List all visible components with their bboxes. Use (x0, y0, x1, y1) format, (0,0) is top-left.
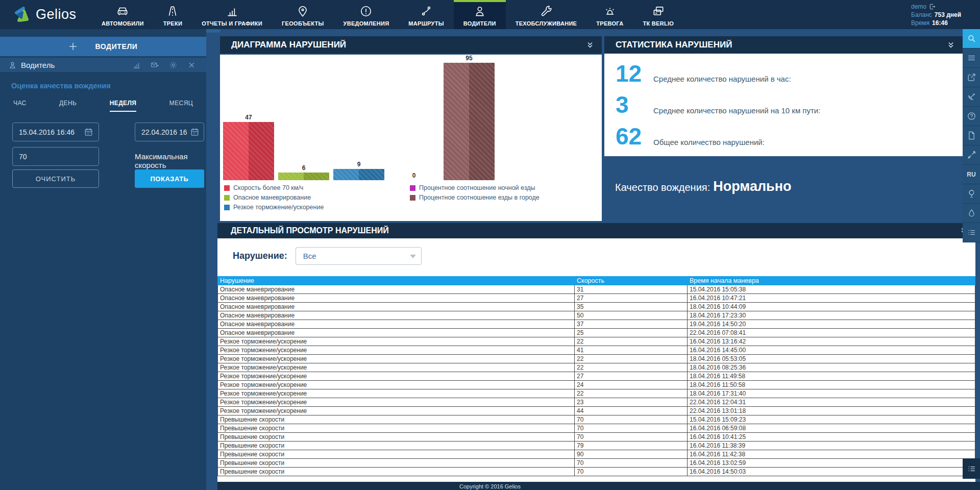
driver-tools (132, 61, 198, 69)
nav-item-drivers[interactable]: ВОДИТЕЛИ (454, 0, 506, 29)
legend-tool[interactable] (963, 223, 980, 242)
road-icon (166, 5, 179, 18)
table-row[interactable]: Резкое торможение/ускорение 27 18.04.201… (218, 372, 975, 381)
fuel-tool[interactable] (963, 204, 980, 223)
satellite-tool[interactable] (963, 87, 980, 107)
nav-item-routes[interactable]: МАРШРУТЫ (399, 0, 453, 29)
help-tool[interactable] (963, 107, 980, 126)
cell-violation: Опасное маневрирование (218, 285, 575, 294)
nav-item-cars[interactable]: АВТОМОБИЛИ (92, 0, 154, 29)
table-row[interactable]: Резкое торможение/ускорение 41 16.04.201… (218, 346, 975, 355)
driver-gear-icon[interactable] (169, 61, 178, 69)
table-row[interactable]: Опасное маневрирование 50 18.04.2016 17:… (218, 311, 975, 320)
driver-mail-icon[interactable] (151, 61, 159, 69)
tab-week[interactable]: НЕДЕЛЯ (110, 100, 137, 112)
cell-violation: Резкое торможение/ускорение (218, 337, 575, 346)
tools-tool[interactable] (963, 145, 980, 165)
violation-filter-dropdown[interactable]: Все (296, 247, 422, 265)
siren-icon (603, 5, 617, 18)
drivers-sidebar: ВОДИТЕЛИ Водитель Оценка качества вожден… (0, 29, 206, 490)
document-icon (967, 131, 976, 140)
cell-speed: 31 (575, 285, 688, 294)
col-speed[interactable]: Скорость (575, 277, 688, 285)
gelios-logo[interactable]: Gelios (0, 0, 92, 29)
table-row[interactable]: Превышение скорости 90 16.04.2016 11:42:… (218, 450, 975, 459)
table-row[interactable]: Опасное маневрирование 27 16.04.2016 10:… (218, 294, 975, 303)
table-row[interactable]: Превышение скорости 70 16.04.2016 13:02:… (218, 459, 975, 468)
nav-item-notifications[interactable]: УВЕДОМЛЕНИЯ (334, 0, 399, 29)
violation-filter-label: Нарушение: (233, 251, 287, 261)
table-row[interactable]: Резкое торможение/ускорение 44 22.04.201… (218, 407, 975, 415)
logout-icon[interactable] (929, 3, 936, 10)
driver-row[interactable]: Водитель (0, 58, 206, 72)
export-tool[interactable] (963, 68, 980, 87)
table-row[interactable]: Превышение скорости 70 15.04.2016 15:09:… (218, 415, 975, 424)
cell-start-time: 16.04.2016 10:47:21 (688, 294, 975, 303)
cell-start-time: 18.04.2016 17:31:40 (688, 389, 975, 398)
hamburger-icon (967, 53, 976, 63)
cell-speed: 37 (575, 320, 688, 329)
calendar-icon-to[interactable] (190, 127, 200, 137)
legend-item: Процентное соотношение ночной езды (410, 184, 540, 191)
cell-violation: Превышение скорости (218, 442, 575, 450)
table-row[interactable]: Превышение скорости 79 16.04.2016 11:38:… (218, 442, 975, 450)
table-row[interactable]: Опасное маневрирование 35 18.04.2016 10:… (218, 303, 975, 311)
bar-slot-4: 95 (444, 55, 495, 180)
table-row[interactable]: Резкое торможение/ускорение 23 22.04.201… (218, 398, 975, 407)
table-row[interactable]: Резкое торможение/ускорение 22 18.04.201… (218, 389, 975, 398)
quality-value: Нормально (713, 179, 791, 194)
search-tool[interactable] (963, 29, 980, 48)
add-driver-button[interactable] (68, 42, 78, 51)
violations-chart-panel: ДИАГРАММА НАРУШЕНИЙ 4769095 Скорость бол… (220, 36, 602, 220)
nav-item-maintenance[interactable]: ТЕХОБСЛУЖИВАНИЕ (506, 0, 587, 29)
driver-close-icon[interactable] (187, 61, 196, 69)
cell-speed: 22 (575, 337, 688, 346)
max-speed-input[interactable] (12, 147, 99, 166)
table-row[interactable]: Превышение скорости 70 16.04.2016 10:41:… (218, 433, 975, 442)
col-violation[interactable]: Нарушение (218, 277, 575, 285)
violations-bars: 4769095 (220, 55, 602, 180)
nav-item-tk-berlio[interactable]: ТК BERLIO (633, 0, 683, 29)
table-row[interactable]: Опасное маневрирование 31 15.04.2016 15:… (218, 285, 975, 294)
driver-person-icon (8, 61, 17, 69)
legend-pin-button[interactable] (963, 458, 980, 479)
cell-start-time: 18.04.2016 17:23:30 (688, 311, 975, 320)
stats-collapse-icon[interactable] (947, 41, 954, 48)
bar-value-label: 9 (357, 161, 361, 168)
menu-tool[interactable] (963, 48, 980, 68)
globe-tool[interactable] (963, 184, 980, 204)
calendar-icon-from[interactable] (84, 127, 93, 137)
nav-item-alarm[interactable]: ТРЕВОГА (586, 0, 633, 29)
table-row[interactable]: Резкое торможение/ускорение 24 18.04.201… (218, 381, 975, 389)
document-tool[interactable] (963, 126, 980, 145)
cell-start-time: 16.04.2016 06:59:08 (688, 424, 975, 433)
tab-hour[interactable]: ЧАС (13, 100, 27, 112)
stats-panel-header: СТАТИСТИКА НАРУШЕНИЙ (604, 36, 963, 54)
sidebar-title: ВОДИТЕЛИ (95, 42, 137, 51)
table-row[interactable]: Опасное маневрирование 25 22.04.2016 07:… (218, 329, 975, 337)
chart-panel-title: ДИАГРАММА НАРУШЕНИЙ (231, 40, 346, 50)
table-row[interactable]: Превышение скорости 70 16.04.2016 14:50:… (218, 468, 975, 476)
chart-body: 4769095 Скорость более 70 км/ч Опасное м… (220, 55, 602, 221)
driver-chart-icon[interactable] (132, 61, 141, 69)
language-tool[interactable]: RU (963, 165, 980, 184)
table-row[interactable]: Резкое торможение/ускорение 22 18.04.201… (218, 355, 975, 363)
clear-button[interactable]: ОЧИСТИТЬ (12, 169, 99, 188)
show-button[interactable]: ПОКАЗАТЬ (135, 169, 204, 188)
cell-speed: 70 (575, 415, 688, 424)
stats-panel-title: СТАТИСТИКА НАРУШЕНИЙ (616, 40, 732, 50)
nav-item-geo[interactable]: ГЕООБЪЕКТЫ (272, 0, 334, 29)
max-speed-label: Максимальная скорость (135, 152, 206, 169)
nav-item-reports[interactable]: ОТЧЕТЫ И ГРАФИКИ (192, 0, 272, 29)
chart-collapse-icon[interactable] (586, 41, 594, 48)
nav-item-tracks[interactable]: ТРЕКИ (154, 0, 192, 29)
right-toolbar: RU (963, 29, 980, 242)
table-row[interactable]: Резкое торможение/ускорение 22 16.04.201… (218, 337, 975, 346)
table-row[interactable]: Опасное маневрирование 37 19.04.2016 14:… (218, 320, 975, 329)
tab-month[interactable]: МЕСЯЦ (169, 100, 193, 112)
table-row[interactable]: Резкое торможение/ускорение 22 18.04.201… (218, 363, 975, 372)
table-row[interactable]: Превышение скорости 70 16.04.2016 06:59:… (218, 424, 975, 433)
detail-body: Нарушение: Все Нарушение Скорость Время … (217, 238, 975, 482)
tab-day[interactable]: ДЕНЬ (59, 100, 77, 112)
col-start-time[interactable]: Время начала маневра (688, 277, 975, 285)
